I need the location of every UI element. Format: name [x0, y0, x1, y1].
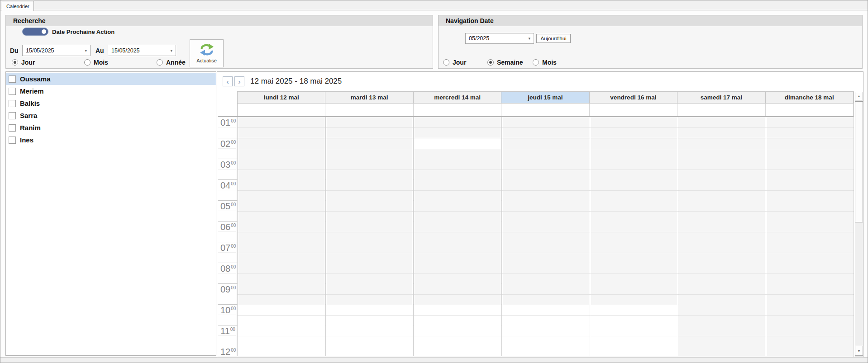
- slot-day6-0300[interactable]: [766, 159, 854, 170]
- slot-day0-0330[interactable]: [238, 170, 325, 180]
- slot-day4-0430[interactable]: [590, 190, 678, 201]
- radio-view-mois[interactable]: Mois: [533, 59, 557, 66]
- radio-period-mois[interactable]: Mois: [84, 59, 108, 66]
- slot-day0-0630[interactable]: [238, 232, 325, 242]
- slot-day4-1100[interactable]: [590, 325, 678, 336]
- slot-day2-0900[interactable]: [414, 284, 501, 294]
- slot-day0-0800[interactable]: [238, 263, 325, 273]
- slot-day3-0730[interactable]: [502, 253, 590, 263]
- day-header-4[interactable]: vendredi 16 mai: [590, 91, 677, 104]
- allday-cell-4[interactable]: [589, 104, 677, 116]
- slot-day3-0200[interactable]: [502, 138, 590, 149]
- slot-day4-0330[interactable]: [590, 170, 678, 180]
- day-header-6[interactable]: dimanche 18 mai: [766, 91, 854, 104]
- allday-cell-1[interactable]: [325, 104, 413, 116]
- slot-day5-0700[interactable]: [678, 242, 766, 253]
- date-to-combo[interactable]: 15/05/2025 ▾: [108, 45, 176, 56]
- slot-day3-1200[interactable]: [502, 346, 590, 356]
- slot-day3-0430[interactable]: [502, 190, 590, 201]
- slot-day2-0430[interactable]: [414, 190, 501, 201]
- slot-day0-0900[interactable]: [238, 284, 325, 294]
- scroll-down-icon[interactable]: ▼: [855, 346, 863, 356]
- slot-day5-0100[interactable]: [678, 117, 766, 127]
- slot-day4-0600[interactable]: [590, 222, 678, 232]
- slot-day5-0230[interactable]: [678, 149, 766, 159]
- slot-day2-0600[interactable]: [414, 222, 501, 232]
- slot-day3-0500[interactable]: [502, 201, 590, 211]
- slot-day3-0930[interactable]: [502, 294, 590, 305]
- slot-day5-0400[interactable]: [678, 180, 766, 190]
- slot-day5-0530[interactable]: [678, 211, 766, 222]
- slot-day5-0600[interactable]: [678, 222, 766, 232]
- slot-day2-0930[interactable]: [414, 294, 501, 305]
- slot-day5-1000[interactable]: [678, 305, 766, 315]
- slot-day4-0800[interactable]: [590, 263, 678, 273]
- month-combo[interactable]: 05/2025 ▾: [465, 33, 534, 44]
- slot-day3-0900[interactable]: [502, 284, 590, 294]
- slot-day1-0600[interactable]: [326, 222, 414, 232]
- slot-day5-1030[interactable]: [678, 315, 766, 325]
- person-checkbox[interactable]: [9, 88, 16, 95]
- slot-day6-0200[interactable]: [766, 138, 854, 149]
- next-action-toggle[interactable]: [22, 28, 48, 36]
- slot-day1-1030[interactable]: [326, 315, 414, 325]
- slot-day2-1000[interactable]: [414, 305, 501, 315]
- person-checkbox[interactable]: [9, 112, 16, 119]
- slot-day6-0230[interactable]: [766, 149, 854, 159]
- person-row-ranim[interactable]: Ranim: [6, 122, 216, 134]
- slot-day2-0300[interactable]: [414, 159, 501, 170]
- slot-day6-0330[interactable]: [766, 170, 854, 180]
- person-row-balkis[interactable]: Balkis: [6, 97, 216, 109]
- slot-day3-0330[interactable]: [502, 170, 590, 180]
- slot-day1-0930[interactable]: [326, 294, 414, 305]
- slot-day0-0400[interactable]: [238, 180, 325, 190]
- slot-day0-0930[interactable]: [238, 294, 325, 305]
- day-header-2[interactable]: mercredi 14 mai: [414, 91, 501, 104]
- slot-day4-0130[interactable]: [590, 127, 678, 138]
- slot-day0-1100[interactable]: [238, 325, 325, 336]
- slot-day4-1000[interactable]: [590, 305, 678, 315]
- slot-day1-0230[interactable]: [326, 149, 414, 159]
- slot-day1-0130[interactable]: [326, 127, 414, 138]
- slot-day6-0130[interactable]: [766, 127, 854, 138]
- slot-day6-1030[interactable]: [766, 315, 854, 325]
- person-checkbox[interactable]: [9, 124, 16, 132]
- slot-day1-1130[interactable]: [326, 336, 414, 346]
- slot-day2-0730[interactable]: [414, 253, 501, 263]
- allday-cell-0[interactable]: [237, 104, 325, 116]
- slot-day5-1200[interactable]: [678, 346, 766, 356]
- slot-day1-0300[interactable]: [326, 159, 414, 170]
- person-row-sarra[interactable]: Sarra: [6, 109, 216, 122]
- slot-day3-0630[interactable]: [502, 232, 590, 242]
- slot-day5-0330[interactable]: [678, 170, 766, 180]
- slot-day0-0730[interactable]: [238, 253, 325, 263]
- slot-day6-0400[interactable]: [766, 180, 854, 190]
- allday-cell-6[interactable]: [765, 104, 854, 116]
- radio-period-annee[interactable]: Année: [157, 59, 186, 66]
- slot-day1-1200[interactable]: [326, 346, 414, 356]
- slot-day2-1100[interactable]: [414, 325, 501, 336]
- slot-day1-0100[interactable]: [326, 117, 414, 127]
- slot-day6-0800[interactable]: [766, 263, 854, 273]
- today-button[interactable]: Aujourd'hui: [536, 34, 571, 43]
- slot-day3-0100[interactable]: [502, 117, 590, 127]
- slot-day1-0900[interactable]: [326, 284, 414, 294]
- slot-day0-1200[interactable]: [238, 346, 325, 356]
- slot-day1-0530[interactable]: [326, 211, 414, 222]
- slot-day6-0830[interactable]: [766, 273, 854, 284]
- slot-day5-0800[interactable]: [678, 263, 766, 273]
- slot-day0-0830[interactable]: [238, 273, 325, 284]
- slot-day5-0630[interactable]: [678, 232, 766, 242]
- slot-day5-0500[interactable]: [678, 201, 766, 211]
- slot-day2-1130[interactable]: [414, 336, 501, 346]
- slot-day1-0830[interactable]: [326, 273, 414, 284]
- slot-day4-0300[interactable]: [590, 159, 678, 170]
- slot-day0-0300[interactable]: [238, 159, 325, 170]
- slot-day5-0200[interactable]: [678, 138, 766, 149]
- slot-day0-0200[interactable]: [238, 138, 325, 149]
- slot-day6-1000[interactable]: [766, 305, 854, 315]
- next-week-button[interactable]: ›: [234, 76, 244, 86]
- slot-day5-0830[interactable]: [678, 273, 766, 284]
- slot-day6-1130[interactable]: [766, 336, 854, 346]
- slot-day4-0100[interactable]: [590, 117, 678, 127]
